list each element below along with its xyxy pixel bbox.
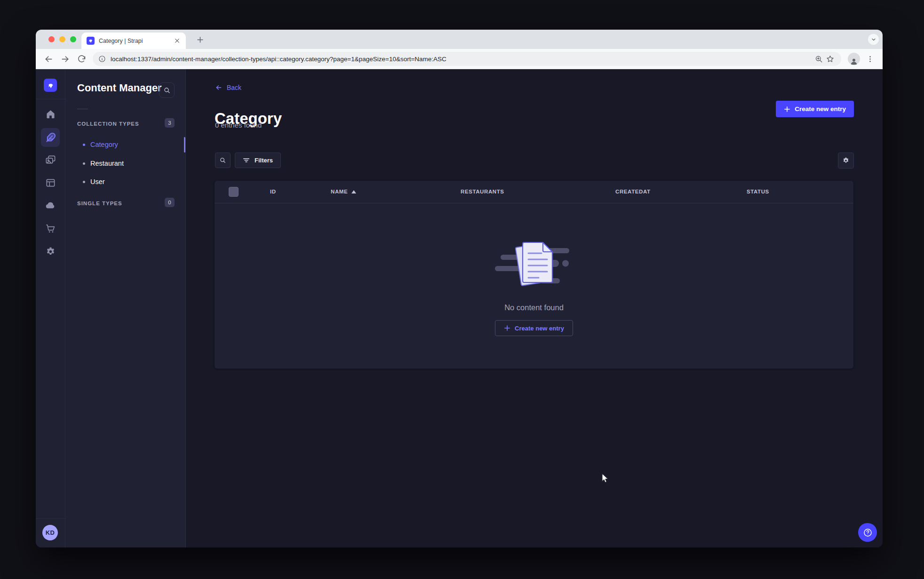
sidebar-item-content-manager[interactable] [41, 128, 60, 147]
sidebar-item-restaurant[interactable]: Restaurant [83, 158, 124, 169]
sidebar-item-user[interactable]: User [83, 177, 105, 187]
user-avatar[interactable]: KD [42, 525, 58, 540]
reload-icon[interactable] [74, 52, 88, 66]
panel-search-button[interactable] [159, 82, 175, 98]
column-header-restaurants: RESTAURANTS [461, 189, 504, 194]
filters-button[interactable]: Filters [235, 153, 281, 168]
section-collection-types-label: COLLECTION TYPES [77, 121, 139, 127]
browser-tab[interactable]: Category | Strapi [81, 32, 186, 49]
browser-tab-strip: Category | Strapi [36, 30, 883, 49]
content-manager-panel: Content Manager COLLECTION TYPES 3 Categ… [65, 69, 186, 547]
strapi-favicon-icon [87, 37, 95, 45]
tab-close-icon[interactable] [173, 37, 181, 45]
desktop: { "colors": { "accent": "#4945FF", "acce… [0, 0, 924, 579]
browser-profile-icon[interactable] [848, 53, 860, 65]
bullet-icon [83, 162, 85, 165]
sidebar-item-deploy-cloud[interactable] [41, 196, 60, 215]
sidebar-item-content-type-builder[interactable] [41, 173, 60, 192]
site-info-icon[interactable] [98, 55, 106, 63]
browser-window: Category | Strapi localhost:1337/admin/c… [36, 30, 883, 547]
filters-label: Filters [255, 157, 273, 164]
empty-documents-illustration [494, 239, 574, 289]
column-header-id: ID [270, 189, 276, 194]
sidebar-item-marketplace[interactable] [41, 219, 60, 238]
column-header-createdat: CREATEDAT [615, 189, 651, 194]
back-nav-icon[interactable] [41, 52, 56, 66]
sort-ascending-icon [351, 190, 356, 193]
main-content: Back Category 0 entries found Create new… [186, 69, 883, 547]
close-window-button[interactable] [48, 36, 55, 42]
active-item-indicator [184, 137, 185, 153]
filter-icon [243, 157, 250, 164]
forward-nav-icon[interactable] [58, 52, 72, 66]
sidebar-item-settings[interactable] [41, 242, 60, 261]
back-label: Back [227, 84, 241, 91]
window-controls [48, 36, 76, 42]
rail-divider [36, 99, 65, 99]
create-new-entry-button[interactable]: Create new entry [776, 101, 854, 117]
sidebar-item-label: Category [90, 141, 118, 148]
bullet-icon [83, 144, 85, 146]
plus-icon [504, 325, 510, 331]
sidebar-item-media-library[interactable] [41, 150, 60, 169]
help-button[interactable] [858, 523, 877, 542]
empty-create-entry-label: Create new entry [515, 325, 564, 332]
zoom-window-button[interactable] [70, 36, 76, 42]
main-nav-rail: KD [36, 69, 65, 547]
create-new-entry-label: Create new entry [795, 105, 846, 113]
bullet-icon [83, 181, 85, 183]
rail-bottom-divider [36, 518, 65, 519]
browser-toolbar: localhost:1337/admin/content-manager/col… [36, 49, 883, 69]
tab-title: Category | Strapi [99, 38, 173, 44]
table-search-button[interactable] [215, 153, 231, 168]
url-text[interactable]: localhost:1337/admin/content-manager/col… [111, 56, 813, 63]
sidebar-item-label: User [90, 178, 105, 185]
panel-title: Content Manager [77, 82, 162, 94]
browser-menu-icon[interactable] [863, 52, 877, 66]
section-single-types-label: SINGLE TYPES [77, 201, 122, 206]
url-bar[interactable]: localhost:1337/admin/content-manager/col… [93, 52, 841, 66]
back-link[interactable]: Back [215, 84, 241, 91]
zoom-page-icon[interactable] [813, 53, 824, 64]
collection-types-count-badge: 3 [165, 118, 175, 128]
single-types-count-badge: 0 [165, 198, 175, 207]
strapi-admin-app: KD Content Manager COLLECTION TYPES 3 Ca… [36, 69, 883, 547]
sidebar-item-label: Restaurant [90, 160, 124, 167]
column-header-name[interactable]: NAME [331, 189, 356, 194]
tab-search-chevron-icon[interactable] [868, 34, 879, 45]
sidebar-item-home[interactable] [41, 105, 60, 123]
column-header-status: STATUS [747, 189, 769, 194]
back-arrow-icon [215, 84, 223, 91]
empty-state-message: No content found [504, 303, 564, 312]
entries-table: ID NAME RESTAURANTS CREATEDAT STATUS [215, 181, 853, 369]
entries-count: 0 entries found [215, 121, 262, 129]
select-all-checkbox[interactable] [229, 187, 239, 197]
plus-icon [784, 106, 790, 113]
gear-icon [842, 157, 850, 164]
table-header-row: ID NAME RESTAURANTS CREATEDAT STATUS [215, 181, 853, 203]
empty-create-entry-button[interactable]: Create new entry [495, 320, 573, 336]
strapi-logo-icon[interactable] [44, 79, 57, 92]
panel-divider [77, 109, 88, 109]
sidebar-item-category[interactable]: Category [83, 139, 118, 150]
empty-state: No content found Create new entry [215, 203, 853, 369]
bookmark-star-icon[interactable] [824, 53, 836, 64]
question-mark-icon [863, 528, 873, 538]
search-icon [219, 157, 226, 164]
minimize-window-button[interactable] [59, 36, 65, 42]
new-tab-button[interactable] [195, 34, 205, 45]
view-settings-button[interactable] [838, 153, 854, 169]
